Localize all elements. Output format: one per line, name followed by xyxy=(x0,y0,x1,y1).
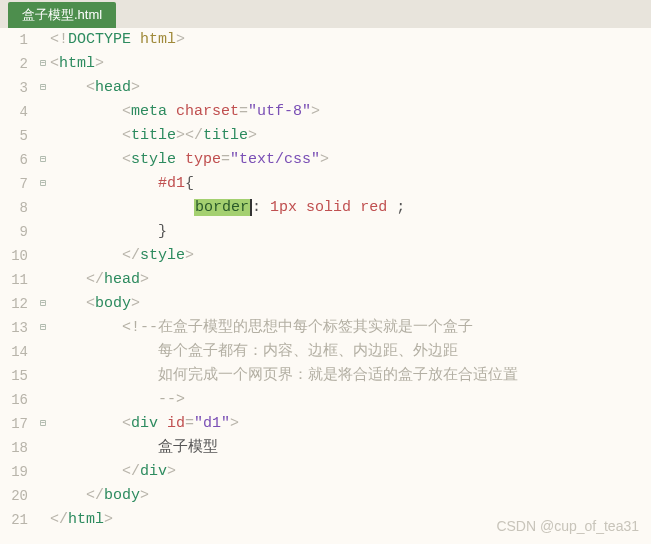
code-content[interactable]: <body> xyxy=(50,292,651,316)
code-content[interactable]: --> xyxy=(50,388,651,412)
code-content[interactable]: <div id="d1"> xyxy=(50,412,651,436)
code-line[interactable]: 2⊟<html> xyxy=(0,52,651,76)
code-content[interactable]: <html> xyxy=(50,52,651,76)
watermark: CSDN @cup_of_tea31 xyxy=(496,518,639,534)
file-tab[interactable]: 盒子模型.html xyxy=(8,2,116,28)
line-number: 11 xyxy=(0,268,36,292)
code-content[interactable]: border: 1px solid red ; xyxy=(50,196,651,220)
code-line[interactable]: 8 border: 1px solid red ; xyxy=(0,196,651,220)
fold-toggle[interactable]: ⊟ xyxy=(36,292,50,316)
code-line[interactable]: 12⊟ <body> xyxy=(0,292,651,316)
code-line[interactable]: 13⊟ <!--在盒子模型的思想中每个标签其实就是一个盒子 xyxy=(0,316,651,340)
code-line[interactable]: 6⊟ <style type="text/css"> xyxy=(0,148,651,172)
fold-toggle xyxy=(36,268,50,292)
fold-toggle xyxy=(36,100,50,124)
code-line[interactable]: 4 <meta charset="utf-8"> xyxy=(0,100,651,124)
fold-toggle xyxy=(36,484,50,508)
code-content[interactable]: 盒子模型 xyxy=(50,436,651,460)
code-content[interactable]: </style> xyxy=(50,244,651,268)
line-number: 14 xyxy=(0,340,36,364)
code-line[interactable]: 19 </div> xyxy=(0,460,651,484)
line-number: 3 xyxy=(0,76,36,100)
fold-toggle xyxy=(36,196,50,220)
line-number: 9 xyxy=(0,220,36,244)
code-content[interactable]: } xyxy=(50,220,651,244)
fold-toggle[interactable]: ⊟ xyxy=(36,316,50,340)
code-line[interactable]: 7⊟ #d1{ xyxy=(0,172,651,196)
code-content[interactable]: <style type="text/css"> xyxy=(50,148,651,172)
fold-toggle xyxy=(36,124,50,148)
code-content[interactable]: </body> xyxy=(50,484,651,508)
code-content[interactable]: </head> xyxy=(50,268,651,292)
code-line[interactable]: 17⊟ <div id="d1"> xyxy=(0,412,651,436)
code-line[interactable]: 1<!DOCTYPE html> xyxy=(0,28,651,52)
fold-toggle[interactable]: ⊟ xyxy=(36,412,50,436)
line-number: 7 xyxy=(0,172,36,196)
code-content[interactable]: 每个盒子都有：内容、边框、内边距、外边距 xyxy=(50,340,651,364)
fold-toggle xyxy=(36,28,50,52)
line-number: 2 xyxy=(0,52,36,76)
code-line[interactable]: 3⊟ <head> xyxy=(0,76,651,100)
fold-toggle[interactable]: ⊟ xyxy=(36,172,50,196)
code-editor[interactable]: 1<!DOCTYPE html>2⊟<html>3⊟ <head>4 <meta… xyxy=(0,28,651,532)
fold-toggle[interactable]: ⊟ xyxy=(36,148,50,172)
code-line[interactable]: 11 </head> xyxy=(0,268,651,292)
line-number: 13 xyxy=(0,316,36,340)
code-line[interactable]: 14 每个盒子都有：内容、边框、内边距、外边距 xyxy=(0,340,651,364)
code-content[interactable]: <!DOCTYPE html> xyxy=(50,28,651,52)
code-content[interactable]: #d1{ xyxy=(50,172,651,196)
code-content[interactable]: </div> xyxy=(50,460,651,484)
line-number: 21 xyxy=(0,508,36,532)
code-line[interactable]: 15 如何完成一个网页界：就是将合适的盒子放在合适位置 xyxy=(0,364,651,388)
line-number: 6 xyxy=(0,148,36,172)
line-number: 10 xyxy=(0,244,36,268)
line-number: 1 xyxy=(0,28,36,52)
fold-toggle xyxy=(36,364,50,388)
code-line[interactable]: 16 --> xyxy=(0,388,651,412)
fold-toggle xyxy=(36,340,50,364)
line-number: 4 xyxy=(0,100,36,124)
code-line[interactable]: 10 </style> xyxy=(0,244,651,268)
line-number: 8 xyxy=(0,196,36,220)
fold-toggle xyxy=(36,220,50,244)
code-line[interactable]: 5 <title></title> xyxy=(0,124,651,148)
fold-toggle xyxy=(36,508,50,532)
code-content[interactable]: <meta charset="utf-8"> xyxy=(50,100,651,124)
line-number: 18 xyxy=(0,436,36,460)
code-content[interactable]: <!--在盒子模型的思想中每个标签其实就是一个盒子 xyxy=(50,316,651,340)
fold-toggle xyxy=(36,388,50,412)
code-content[interactable]: 如何完成一个网页界：就是将合适的盒子放在合适位置 xyxy=(50,364,651,388)
line-number: 17 xyxy=(0,412,36,436)
line-number: 5 xyxy=(0,124,36,148)
code-content[interactable]: <title></title> xyxy=(50,124,651,148)
code-line[interactable]: 18 盒子模型 xyxy=(0,436,651,460)
fold-toggle[interactable]: ⊟ xyxy=(36,76,50,100)
code-content[interactable]: <head> xyxy=(50,76,651,100)
fold-toggle xyxy=(36,436,50,460)
fold-toggle xyxy=(36,460,50,484)
line-number: 16 xyxy=(0,388,36,412)
fold-toggle xyxy=(36,244,50,268)
fold-toggle[interactable]: ⊟ xyxy=(36,52,50,76)
tab-bar: 盒子模型.html xyxy=(0,0,651,28)
line-number: 12 xyxy=(0,292,36,316)
code-line[interactable]: 20 </body> xyxy=(0,484,651,508)
code-line[interactable]: 9 } xyxy=(0,220,651,244)
line-number: 15 xyxy=(0,364,36,388)
line-number: 20 xyxy=(0,484,36,508)
line-number: 19 xyxy=(0,460,36,484)
